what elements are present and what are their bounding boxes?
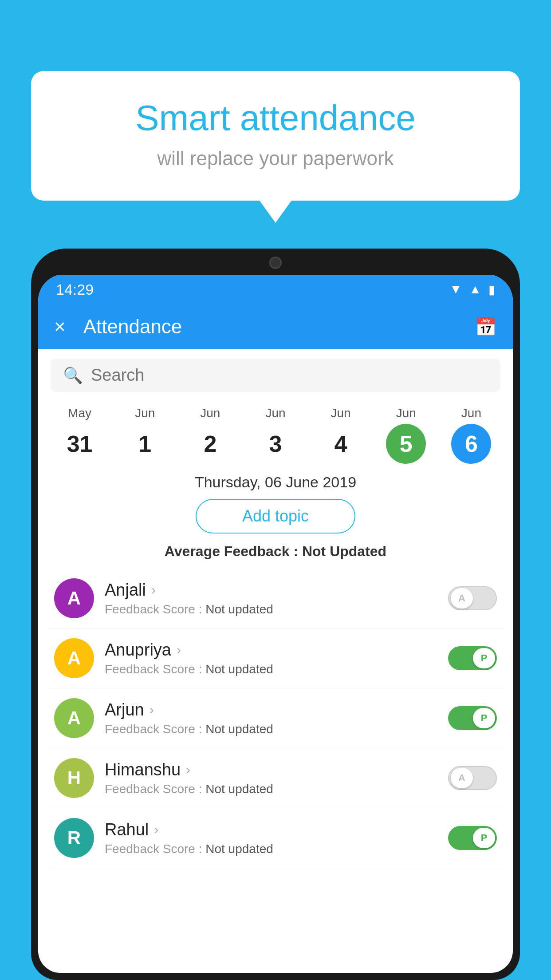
attendance-toggle[interactable]: P — [448, 706, 497, 730]
student-info: Arjun ›Feedback Score : Not updated — [105, 700, 437, 736]
date-month: Jun — [265, 406, 285, 420]
student-list: AAnjali ›Feedback Score : Not updatedAAA… — [38, 569, 513, 868]
signal-icon: ▲ — [469, 282, 481, 296]
toggle-switch[interactable]: P — [448, 646, 497, 670]
speech-bubble-tail — [260, 201, 291, 223]
notch — [244, 249, 307, 272]
date-number[interactable]: 5 — [386, 424, 426, 464]
chevron-right-icon: › — [177, 642, 181, 657]
date-item[interactable]: Jun3 — [243, 406, 308, 464]
student-item: AArjun ›Feedback Score : Not updatedP — [47, 688, 504, 748]
student-info: Rahul ›Feedback Score : Not updated — [105, 820, 437, 856]
date-item[interactable]: May31 — [47, 406, 112, 464]
date-month: Jun — [331, 406, 351, 420]
student-item: AAnjali ›Feedback Score : Not updatedA — [47, 569, 504, 628]
search-input[interactable] — [91, 366, 488, 385]
student-info: Anjali ›Feedback Score : Not updated — [105, 581, 437, 616]
status-icons: ▼ ▲ ▮ — [450, 282, 495, 297]
date-number[interactable]: 3 — [256, 424, 295, 464]
date-month: Jun — [396, 406, 416, 420]
speech-bubble-container: Smart attendance will replace your paper… — [31, 71, 520, 223]
toggle-knob: A — [451, 768, 473, 788]
student-item: AAnupriya ›Feedback Score : Not updatedP — [47, 628, 504, 688]
avatar: A — [54, 698, 94, 738]
average-feedback-label: Average Feedback : — [165, 543, 298, 559]
speech-bubble-subtitle: will replace your paperwork — [67, 147, 484, 170]
date-item[interactable]: Jun5 — [374, 406, 439, 464]
average-feedback-value: Not Updated — [302, 543, 386, 559]
feedback-value: Not updated — [205, 842, 273, 856]
feedback-value: Not updated — [205, 662, 273, 676]
student-feedback: Feedback Score : Not updated — [105, 602, 437, 616]
date-item[interactable]: Jun4 — [308, 406, 374, 464]
date-item[interactable]: Jun1 — [112, 406, 177, 464]
student-feedback: Feedback Score : Not updated — [105, 722, 437, 736]
student-name[interactable]: Anupriya › — [105, 640, 437, 660]
status-time: 14:29 — [56, 281, 94, 298]
toggle-knob: P — [473, 828, 495, 848]
date-number[interactable]: 6 — [451, 424, 491, 464]
student-feedback: Feedback Score : Not updated — [105, 842, 437, 856]
student-name[interactable]: Arjun › — [105, 700, 437, 719]
student-info: Himanshu ›Feedback Score : Not updated — [105, 760, 437, 796]
chevron-right-icon: › — [151, 582, 156, 597]
date-month: Jun — [461, 406, 481, 420]
speech-bubble: Smart attendance will replace your paper… — [31, 71, 520, 201]
date-picker: May31Jun1Jun2Jun3Jun4Jun5Jun6 — [38, 402, 513, 468]
avatar: R — [54, 818, 94, 858]
date-month: Jun — [135, 406, 155, 420]
toggle-knob: P — [473, 708, 495, 728]
feedback-value: Not updated — [205, 722, 273, 736]
feedback-value: Not updated — [205, 602, 273, 616]
date-item[interactable]: Jun6 — [439, 406, 504, 464]
search-bar[interactable]: 🔍 — [51, 359, 500, 392]
date-item[interactable]: Jun2 — [177, 406, 243, 464]
close-button[interactable]: × — [54, 317, 66, 336]
toggle-knob: A — [451, 588, 473, 609]
chevron-right-icon: › — [154, 822, 158, 837]
status-bar: 14:29 ▼ ▲ ▮ — [38, 274, 513, 304]
avatar: H — [54, 758, 94, 798]
student-feedback: Feedback Score : Not updated — [105, 662, 437, 676]
toggle-switch[interactable]: A — [448, 586, 497, 610]
attendance-toggle[interactable]: P — [448, 646, 497, 670]
avatar: A — [54, 638, 94, 678]
date-month: Jun — [200, 406, 220, 420]
speech-bubble-title: Smart attendance — [67, 98, 484, 138]
student-name[interactable]: Rahul › — [105, 820, 437, 839]
phone-screen: 14:29 ▼ ▲ ▮ × Attendance 📅 🔍 May31Jun1Ju… — [38, 274, 513, 973]
student-name[interactable]: Himanshu › — [105, 760, 437, 779]
search-icon: 🔍 — [63, 366, 83, 385]
selected-date-label: Thursday, 06 June 2019 — [38, 468, 513, 499]
student-feedback: Feedback Score : Not updated — [105, 782, 437, 796]
attendance-toggle[interactable]: P — [448, 826, 497, 850]
feedback-value: Not updated — [205, 782, 273, 796]
toggle-switch[interactable]: P — [448, 826, 497, 850]
student-item: HHimanshu ›Feedback Score : Not updatedA — [47, 748, 504, 808]
header-title: Attendance — [83, 316, 457, 338]
date-number[interactable]: 31 — [60, 424, 100, 464]
phone-frame: 14:29 ▼ ▲ ▮ × Attendance 📅 🔍 May31Jun1Ju… — [31, 249, 520, 980]
camera — [269, 257, 282, 269]
date-number[interactable]: 2 — [190, 424, 230, 464]
toggle-switch[interactable]: P — [448, 706, 497, 730]
wifi-icon: ▼ — [450, 282, 462, 296]
app-header: × Attendance 📅 — [38, 304, 513, 349]
toggle-knob: P — [473, 648, 495, 668]
avatar: A — [54, 578, 94, 618]
student-info: Anupriya ›Feedback Score : Not updated — [105, 640, 437, 676]
battery-icon: ▮ — [488, 282, 495, 297]
date-month: May — [68, 406, 91, 420]
attendance-toggle[interactable]: A — [448, 586, 497, 610]
chevron-right-icon: › — [150, 702, 154, 717]
date-number[interactable]: 4 — [321, 424, 361, 464]
chevron-right-icon: › — [186, 762, 190, 777]
student-item: RRahul ›Feedback Score : Not updatedP — [47, 808, 504, 868]
toggle-switch[interactable]: A — [448, 766, 497, 790]
calendar-icon[interactable]: 📅 — [475, 316, 497, 337]
student-name[interactable]: Anjali › — [105, 581, 437, 600]
attendance-toggle[interactable]: A — [448, 766, 497, 790]
date-number[interactable]: 1 — [125, 424, 165, 464]
add-topic-button[interactable]: Add topic — [196, 499, 355, 533]
average-feedback: Average Feedback : Not Updated — [38, 543, 513, 569]
